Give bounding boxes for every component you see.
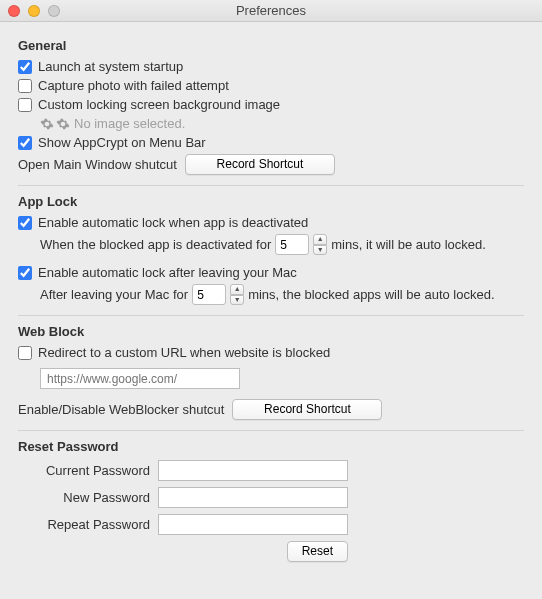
autolock2-stepper[interactable]: ▲ ▼ bbox=[230, 284, 244, 305]
gear-icon[interactable] bbox=[56, 117, 70, 131]
divider bbox=[18, 315, 524, 316]
no-image-label: No image selected. bbox=[74, 116, 185, 131]
autolock1-pre: When the blocked app is deactivated for bbox=[40, 237, 271, 252]
autolock-leaving-checkbox[interactable] bbox=[18, 266, 32, 280]
chevron-up-icon[interactable]: ▲ bbox=[230, 284, 244, 295]
redirect-url-input[interactable] bbox=[40, 368, 240, 389]
repeat-password-label: Repeat Password bbox=[18, 517, 158, 532]
close-icon[interactable] bbox=[8, 5, 20, 17]
reset-button[interactable]: Reset bbox=[287, 541, 348, 562]
new-password-label: New Password bbox=[18, 490, 158, 505]
current-password-input[interactable] bbox=[158, 460, 348, 481]
webblock-shortcut-label: Enable/Disable WebBlocker shutcut bbox=[18, 402, 224, 417]
window-title: Preferences bbox=[0, 3, 542, 18]
custom-bg-label: Custom locking screen background image bbox=[38, 97, 280, 112]
new-password-input[interactable] bbox=[158, 487, 348, 508]
divider bbox=[18, 185, 524, 186]
autolock1-value[interactable] bbox=[275, 234, 309, 255]
menubar-label: Show AppCrypt on Menu Bar bbox=[38, 135, 206, 150]
autolock2-post: mins, the blocked apps will be auto lock… bbox=[248, 287, 494, 302]
menubar-checkbox[interactable] bbox=[18, 136, 32, 150]
gear-icon[interactable] bbox=[40, 117, 54, 131]
current-password-label: Current Password bbox=[18, 463, 158, 478]
redirect-label: Redirect to a custom URL when website is… bbox=[38, 345, 330, 360]
autolock2-value[interactable] bbox=[192, 284, 226, 305]
capture-checkbox[interactable] bbox=[18, 79, 32, 93]
repeat-password-input[interactable] bbox=[158, 514, 348, 535]
record-shortcut-button[interactable]: Record Shortcut bbox=[185, 154, 335, 175]
autolock2-pre: After leaving your Mac for bbox=[40, 287, 188, 302]
open-shortcut-label: Open Main Window shutcut bbox=[18, 157, 177, 172]
autolock1-stepper[interactable]: ▲ ▼ bbox=[313, 234, 327, 255]
divider bbox=[18, 430, 524, 431]
custom-bg-checkbox[interactable] bbox=[18, 98, 32, 112]
chevron-down-icon[interactable]: ▼ bbox=[313, 245, 327, 256]
chevron-down-icon[interactable]: ▼ bbox=[230, 295, 244, 306]
launch-checkbox[interactable] bbox=[18, 60, 32, 74]
gear-icons bbox=[40, 117, 70, 131]
autolock-deactivated-label: Enable automatic lock when app is deacti… bbox=[38, 215, 308, 230]
chevron-up-icon[interactable]: ▲ bbox=[313, 234, 327, 245]
autolock-deactivated-checkbox[interactable] bbox=[18, 216, 32, 230]
section-applock-heading: App Lock bbox=[18, 194, 524, 209]
capture-label: Capture photo with failed attempt bbox=[38, 78, 229, 93]
section-general-heading: General bbox=[18, 38, 524, 53]
maximize-icon bbox=[48, 5, 60, 17]
titlebar: Preferences bbox=[0, 0, 542, 22]
section-webblock-heading: Web Block bbox=[18, 324, 524, 339]
traffic-lights bbox=[0, 5, 60, 17]
reset-form: Current Password New Password Repeat Pas… bbox=[18, 460, 524, 535]
section-reset-heading: Reset Password bbox=[18, 439, 524, 454]
launch-label: Launch at system startup bbox=[38, 59, 183, 74]
webblock-record-shortcut-button[interactable]: Record Shortcut bbox=[232, 399, 382, 420]
redirect-checkbox[interactable] bbox=[18, 346, 32, 360]
content: General Launch at system startup Capture… bbox=[0, 22, 542, 574]
autolock-leaving-label: Enable automatic lock after leaving your… bbox=[38, 265, 297, 280]
minimize-icon[interactable] bbox=[28, 5, 40, 17]
autolock1-post: mins, it will be auto locked. bbox=[331, 237, 486, 252]
